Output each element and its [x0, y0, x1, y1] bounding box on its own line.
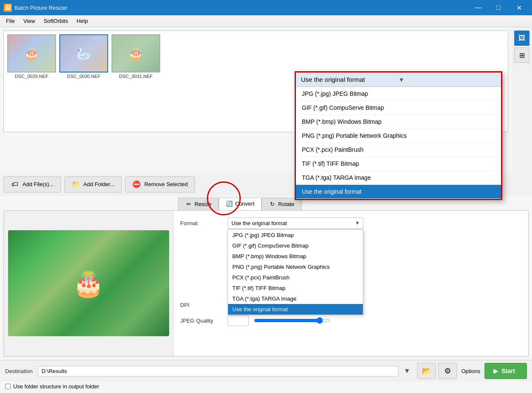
- format-dropdown-large[interactable]: Use the original format ▼ JPG (*.jpg) JP…: [295, 71, 502, 200]
- add-folder-icon: 📁: [72, 180, 80, 189]
- folder-structure-checkbox[interactable]: [5, 384, 11, 389]
- dd-item-pcx[interactable]: PCX (*.pcx) PaintBrush: [228, 272, 363, 283]
- format-label: Format: [180, 220, 223, 226]
- main-content: 🎂 DSC_0029.NEF 🦢 DSC_0030.NEF 🎂 DSC_0031…: [0, 27, 532, 393]
- sidebar-grid-btn[interactable]: ⊞: [514, 47, 529, 63]
- dd-item-jpg[interactable]: JPG (*.jpg) JPEG Bitmap: [228, 230, 363, 240]
- settings-panel: Format JPG (*.jpg) JPEG Bitmap GIF (*.gi…: [173, 211, 528, 357]
- app-title: Batch Picture Resizer: [14, 5, 468, 11]
- add-files-button[interactable]: 🏷 Add File(s)...: [3, 176, 61, 192]
- app-icon: 🖼: [3, 3, 12, 12]
- jpeg-quality-input[interactable]: 90: [228, 315, 249, 326]
- destination-bar: Destination ▼ 📂 ⚙ Options ▶ Start: [0, 360, 532, 382]
- thumbnail-label: DSC_0031.NEF: [119, 74, 153, 79]
- jpeg-quality-row: JPEG Quality 90: [180, 315, 521, 326]
- dd-item-gif[interactable]: GIF (*.gif) CompuServe Bitmap: [228, 240, 363, 251]
- thumbnail-image[interactable]: 🎂: [7, 34, 56, 72]
- large-dd-pcx[interactable]: PCX (*.pcx) PaintBrush: [296, 143, 501, 157]
- destination-input[interactable]: [38, 366, 398, 376]
- add-folder-label: Add Folder...: [84, 181, 115, 187]
- menubar: File View SoftOrbits Help: [0, 15, 532, 27]
- large-dd-png[interactable]: PNG (*.png) Portable Network Graphics: [296, 129, 501, 143]
- remove-selected-button[interactable]: ⛔ Remove Selected: [125, 176, 195, 192]
- dd-item-tga[interactable]: TGA (*.tga) TARGA Image: [228, 293, 363, 304]
- content-panel: 🎂 Format JPG (*.jpg) JPEG Bitmap GIF (*.…: [3, 210, 529, 357]
- format-row: Format JPG (*.jpg) JPEG Bitmap GIF (*.gi…: [180, 217, 521, 229]
- thumbnail-item[interactable]: 🎂 DSC_0031.NEF: [111, 34, 160, 79]
- format-dropdown-small[interactable]: JPG (*.jpg) JPEG Bitmap GIF (*.gif) Comp…: [228, 229, 363, 315]
- format-select-wrapper: JPG (*.jpg) JPEG Bitmap GIF (*.gif) Comp…: [228, 217, 363, 229]
- thumbnail-label: DSC_0029.NEF: [15, 74, 48, 79]
- convert-tab-label: Convert: [235, 201, 255, 207]
- remove-selected-icon: ⛔: [132, 180, 141, 189]
- checkbox-row: Use folder structure in output folder: [0, 382, 532, 393]
- thumbnail-image[interactable]: 🦢: [59, 34, 108, 72]
- thumbnail-label: DSC_0030.NEF: [67, 74, 100, 79]
- preview-image: 🎂: [8, 230, 169, 336]
- options-settings-button[interactable]: ⚙: [438, 363, 457, 379]
- menu-view[interactable]: View: [19, 16, 39, 26]
- sidebar-images-btn[interactable]: 🖼: [514, 31, 529, 46]
- dd-item-bmp[interactable]: BMP (*.bmp) Windows Bitmap: [228, 251, 363, 262]
- dpi-label: DPI: [180, 302, 223, 308]
- maximize-button[interactable]: □: [489, 0, 508, 15]
- destination-arrow: ▼: [404, 367, 412, 375]
- add-folder-button[interactable]: 📁 Add Folder...: [64, 176, 122, 192]
- close-button[interactable]: ✕: [509, 0, 529, 15]
- large-dd-arrow: ▼: [398, 76, 496, 83]
- large-dd-original[interactable]: Use the original format: [296, 185, 501, 199]
- dd-item-tif[interactable]: TIF (*.tif) TIFF Bitmap: [228, 283, 363, 293]
- options-label: Options: [460, 368, 482, 374]
- rotate-tab-label: Rotate: [278, 201, 294, 207]
- thumbnail-image[interactable]: 🎂: [111, 34, 160, 72]
- thumbnail-item[interactable]: 🦢 DSC_0030.NEF: [59, 34, 108, 79]
- rotate-tab-icon: ↻: [269, 201, 276, 207]
- format-select[interactable]: JPG (*.jpg) JPEG Bitmap GIF (*.gif) Comp…: [228, 217, 363, 229]
- tab-resize[interactable]: ✏ Resize: [178, 198, 219, 210]
- large-dd-tga[interactable]: TGA (*.tga) TARGA Image: [296, 171, 501, 185]
- menu-help[interactable]: Help: [72, 16, 92, 26]
- right-sidebar: 🖼 ⊞: [512, 27, 532, 173]
- minimize-button[interactable]: —: [468, 0, 488, 15]
- large-dd-tif[interactable]: TIF (*.tif) TIFF Bitmap: [296, 157, 501, 171]
- start-button[interactable]: ▶ Start: [485, 363, 527, 379]
- large-dd-jpg[interactable]: JPG (*.jpg) JPEG Bitmap: [296, 87, 501, 101]
- dd-item-png[interactable]: PNG (*.png) Portable Network Graphics: [228, 262, 363, 272]
- folder-structure-label: Use folder structure in output folder: [13, 383, 99, 390]
- start-label: Start: [501, 368, 515, 374]
- large-dd-bmp[interactable]: BMP (*.bmp) Windows Bitmap: [296, 115, 501, 129]
- add-files-label: Add File(s)...: [22, 181, 54, 187]
- bottom-section: Destination ▼ 📂 ⚙ Options ▶ Start Use fo…: [0, 360, 532, 393]
- remove-selected-label: Remove Selected: [144, 181, 188, 187]
- resize-tab-label: Resize: [195, 201, 212, 207]
- add-files-icon: 🏷: [11, 180, 19, 189]
- start-icon: ▶: [493, 368, 498, 374]
- titlebar: 🖼 Batch Picture Resizer — □ ✕: [0, 0, 532, 15]
- preview-area: 🎂: [4, 211, 173, 357]
- resize-tab-icon: ✏: [185, 201, 192, 207]
- dd-item-original[interactable]: Use the original format: [228, 304, 363, 315]
- destination-label: Destination: [5, 368, 33, 374]
- window-controls: — □ ✕: [468, 0, 529, 15]
- convert-tab-icon: 🔄: [226, 201, 233, 207]
- menu-softorbits[interactable]: SoftOrbits: [39, 16, 72, 26]
- jpeg-quality-label: JPEG Quality: [180, 318, 223, 324]
- folder-browse-button[interactable]: 📂: [417, 363, 436, 379]
- thumbnail-item[interactable]: 🎂 DSC_0029.NEF: [7, 34, 56, 79]
- jpeg-quality-slider[interactable]: [254, 317, 330, 324]
- large-dd-gif[interactable]: GIF (*.gif) CompuServe Bitmap: [296, 101, 501, 115]
- menu-file[interactable]: File: [2, 16, 19, 26]
- large-dd-header-text: Use the original format: [301, 76, 398, 83]
- bottom-buttons: 📂 ⚙ Options ▶ Start: [417, 363, 527, 379]
- tab-convert[interactable]: 🔄 Convert: [219, 198, 262, 210]
- large-dd-header[interactable]: Use the original format ▼: [296, 72, 501, 87]
